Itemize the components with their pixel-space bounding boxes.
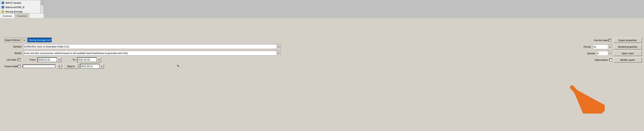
model-label: Model: [4, 52, 22, 54]
nav-icon-mahmoud [1, 6, 4, 9]
use-date-checkbox[interactable] [18, 58, 20, 61]
period-dropdown-arrow[interactable]: ▼ [608, 45, 612, 49]
to-calendar-button[interactable]: ▼ [97, 57, 101, 62]
pause-icon: ⏸ [58, 65, 60, 68]
modify-expert-button[interactable]: Modify expert [614, 57, 642, 63]
arrow-annotation [550, 74, 605, 113]
period-value: H1 [593, 46, 600, 48]
use-date-label: Use date [4, 58, 16, 61]
svg-line-1 [572, 87, 594, 111]
period-dropdown[interactable]: H1 ▼ [592, 44, 612, 49]
visual-mode-label: Visual mode [4, 65, 16, 68]
from-label: From: [30, 58, 36, 61]
skip-date-input[interactable] [80, 64, 100, 69]
skip-to-button[interactable]: Skip to [63, 64, 78, 69]
to-date-container: ▼ [77, 57, 101, 62]
optimization-label: Optimization [595, 59, 608, 61]
from-date-container: ▼ [37, 57, 61, 62]
pause-button[interactable]: ⏸ [57, 64, 62, 69]
right-row1: Use tick data Expert properties [594, 38, 642, 43]
symbol-dropdown-arrow[interactable]: ▼ [276, 44, 280, 49]
visual-mode-row: Visual mode ⏸ Skip to ▼ [4, 64, 104, 69]
model-value: Every tick (the most precise method base… [24, 52, 132, 54]
navigator-list: MACD Sample Mahmoud1990_B Moving Average [0, 0, 40, 14]
right-row2: Period: H1 ▼ Symbol properties [584, 44, 642, 49]
symbol-value: EURAUDm, Euro vs Australian Dollar (3.2) [24, 45, 74, 48]
nav-label-ma: Moving Average [6, 10, 23, 13]
open-chart-button[interactable]: Open chart [614, 51, 642, 56]
period-label: Period: [584, 46, 591, 48]
spread-dropdown-arrow[interactable]: ▼ [608, 51, 612, 56]
nav-item-mahmoud[interactable]: Mahmoud1990_B [0, 5, 40, 10]
scroll-thumb[interactable] [41, 1, 43, 5]
model-row: Model: Every tick (the most precise meth… [4, 51, 281, 56]
from-calendar-button[interactable]: ▼ [57, 57, 61, 62]
symbol-row: Symbol: EURAUDm, Euro vs Australian Doll… [4, 44, 281, 49]
ea-name-input[interactable]: Moving Average.ex4 [28, 38, 52, 42]
ea-row: Expert Advisor ▼ Moving Average.ex4 Tick… [4, 38, 52, 42]
tab-common[interactable]: Common [0, 14, 15, 18]
tabs-bar: Common Favorites [0, 13, 44, 18]
expert-advisor-dropdown[interactable]: Expert Advisor ▼ [4, 38, 26, 42]
nav-label-macd: MACD Sample [6, 2, 22, 4]
spread-value: 5 [598, 52, 603, 55]
expert-properties-button[interactable]: Expert properties [614, 38, 642, 43]
use-tick-data-container: Use tick data [594, 39, 611, 42]
mouse-cursor: ↖ [177, 64, 180, 68]
from-date-input[interactable] [37, 57, 57, 62]
nav-label-mahmoud: Mahmoud1990_B [6, 6, 24, 9]
model-dropdown-arrow[interactable]: ▼ [276, 51, 280, 56]
optimization-checkbox[interactable] [609, 59, 612, 61]
ea-dropdown-arrow[interactable]: ▼ [22, 38, 26, 43]
to-date-input[interactable] [77, 57, 97, 62]
dialog-area: Expert Advisor ▼ Moving Average.ex4 Tick… [0, 18, 644, 131]
skip-date-container: ▼ [80, 64, 104, 69]
skip-calendar-button[interactable]: ▼ [100, 64, 104, 69]
date-row: Use date From: ▼ To: ▼ [4, 57, 101, 62]
symbol-dropdown[interactable]: EURAUDm, Euro vs Australian Dollar (3.2)… [23, 44, 281, 49]
use-tick-data-checkbox[interactable] [608, 39, 611, 42]
symbol-properties-button[interactable]: Symbol properties [614, 44, 642, 49]
nav-icon-ma [1, 10, 4, 13]
spread-label: Spread: [587, 52, 596, 55]
symbol-label: Symbol: [4, 45, 22, 48]
visual-mode-progress-bar [23, 65, 56, 68]
right-row3: Spread: 5 ▼ Open chart [587, 51, 642, 56]
navigator-scrollbar[interactable] [40, 0, 44, 13]
tab-favorites[interactable]: Favorites [15, 14, 29, 18]
model-dropdown[interactable]: Every tick (the most precise method base… [23, 51, 281, 56]
nav-item-macd[interactable]: MACD Sample [0, 1, 40, 5]
to-label: To: [73, 58, 76, 61]
use-tick-data-label: Use tick data [594, 39, 608, 42]
visual-mode-checkbox[interactable] [18, 65, 20, 68]
nav-icon-macd [1, 1, 4, 5]
spread-dropdown[interactable]: 5 ▼ [597, 51, 612, 56]
right-row4: Optimization Modify expert [595, 57, 642, 63]
